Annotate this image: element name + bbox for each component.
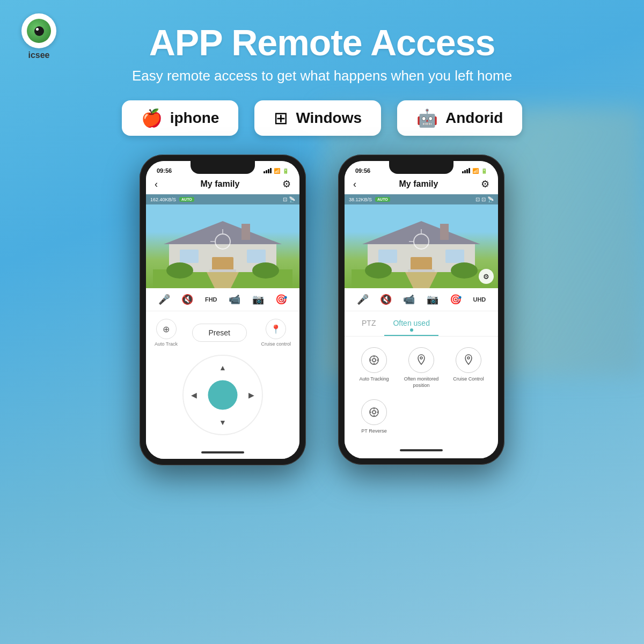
svg-rect-16 bbox=[445, 250, 464, 263]
svg-rect-6 bbox=[241, 224, 250, 240]
phone1-auto-badge: AUTO bbox=[179, 197, 194, 202]
camera-icon[interactable]: 📷 bbox=[252, 294, 264, 305]
phone1-ptz-area: ⊕ Auto Track Preset 📍 Cruise control bbox=[146, 311, 299, 446]
dpad-left-arrow[interactable]: ◀ bbox=[191, 391, 197, 399]
tab-ptz-label: PTZ bbox=[362, 319, 376, 327]
pt-reverse-icon bbox=[361, 399, 387, 425]
windows-label: Windows bbox=[296, 109, 362, 127]
phone2-ptz-toggle-icon[interactable]: 🎯 bbox=[450, 294, 462, 305]
phone2-speaker-icon[interactable]: 🔇 bbox=[380, 294, 392, 305]
phone1-notch bbox=[191, 161, 255, 174]
phone1-mockup: 09:56 📶 🔋 ‹ My fam bbox=[140, 155, 306, 465]
svg-point-27 bbox=[372, 358, 376, 362]
phone1-camera-feed: 162.40KB/S AUTO ⊡ 📡 bbox=[146, 194, 299, 288]
phone2-settings-icon[interactable]: ⚙ bbox=[481, 178, 489, 190]
windows-icon: ⊞ bbox=[274, 108, 288, 128]
phone2-battery-icon: 🔋 bbox=[481, 168, 487, 174]
tab-active-dot bbox=[410, 328, 413, 332]
speaker-icon[interactable]: 🔇 bbox=[181, 294, 193, 305]
phone2-mockup: 09:56 📶 🔋 ‹ My fam bbox=[338, 155, 504, 465]
phone1-back-icon[interactable]: ‹ bbox=[155, 179, 158, 190]
feature-often-monitored[interactable]: Often monitored position bbox=[400, 347, 442, 389]
mic-icon[interactable]: 🎤 bbox=[158, 294, 170, 305]
svg-rect-15 bbox=[378, 250, 397, 263]
page-title: APP Remote Access bbox=[149, 21, 495, 63]
dpad-up-arrow[interactable]: ▲ bbox=[219, 363, 226, 372]
auto-tracking-label: Auto Tracking bbox=[359, 376, 389, 383]
logo-eye-icon bbox=[27, 19, 51, 43]
auto-track-icon: ⊕ bbox=[156, 319, 177, 339]
android-label: Andorid bbox=[445, 109, 503, 127]
phone1-app-title: My family bbox=[201, 179, 240, 189]
phone1-camera-overlay: 162.40KB/S AUTO ⊡ 📡 bbox=[146, 194, 299, 204]
platform-badge-iphone[interactable]: 🍎 iphone bbox=[122, 100, 239, 136]
feature-pt-reverse[interactable]: PT Reverse bbox=[353, 399, 395, 435]
svg-point-29 bbox=[467, 357, 470, 359]
phone2-mic-icon[interactable]: 🎤 bbox=[357, 294, 369, 305]
battery-icon: 🔋 bbox=[282, 168, 289, 174]
phone2-quality-label[interactable]: UHD bbox=[473, 296, 486, 303]
logo-area: icsee bbox=[21, 13, 56, 60]
phone2-signal-icon bbox=[462, 168, 470, 173]
phone1-speed: 162.40KB/S bbox=[150, 197, 176, 202]
often-monitored-label: Often monitored position bbox=[400, 376, 442, 389]
phone2-cruise-control-icon bbox=[456, 347, 481, 373]
phone2-time: 09:56 bbox=[355, 167, 370, 174]
tab-ptz[interactable]: PTZ bbox=[353, 316, 384, 336]
logo-circle bbox=[21, 13, 56, 48]
phone1-ptz-top-row: ⊕ Auto Track Preset 📍 Cruise control bbox=[155, 319, 291, 347]
auto-track-button[interactable]: ⊕ Auto Track bbox=[155, 319, 178, 347]
page-header: APP Remote Access Easy remote access to … bbox=[21, 16, 623, 84]
dpad-control[interactable]: ▲ ▼ ◀ ▶ bbox=[182, 355, 263, 435]
phone2-cruise-control-label: Cruise Control bbox=[453, 376, 484, 383]
android-icon: 🤖 bbox=[416, 108, 438, 128]
tab-often-used-label: Often used bbox=[393, 319, 430, 327]
often-monitored-icon bbox=[408, 347, 434, 373]
svg-rect-5 bbox=[247, 250, 266, 263]
cruise-control-icon: 📍 bbox=[266, 319, 286, 339]
tab-often-used[interactable]: Often used bbox=[384, 316, 438, 336]
brand-name: icsee bbox=[28, 50, 49, 60]
iphone-label: iphone bbox=[170, 109, 219, 127]
phone2-status-right: 📶 🔋 bbox=[462, 168, 487, 174]
cruise-control-button[interactable]: 📍 Cruise control bbox=[261, 319, 291, 347]
phone2-camera-feed: 38.12KB/S AUTO ⊡ ⊡ 📡 bbox=[345, 194, 498, 288]
svg-rect-18 bbox=[408, 269, 435, 272]
svg-point-35 bbox=[372, 411, 376, 414]
phone2-camera-icon[interactable]: 📷 bbox=[427, 294, 438, 305]
svg-point-20 bbox=[451, 262, 478, 279]
svg-point-19 bbox=[365, 262, 392, 279]
platform-badge-windows[interactable]: ⊞ Windows bbox=[254, 100, 381, 136]
often-used-grid: Auto Tracking Often monitored position bbox=[345, 336, 498, 445]
feature-auto-tracking[interactable]: Auto Tracking bbox=[353, 347, 395, 389]
ptz-toggle-icon[interactable]: 🎯 bbox=[275, 294, 287, 305]
platform-badge-android[interactable]: 🤖 Andorid bbox=[397, 100, 522, 136]
phone2-controls-bar: 🎤 🔇 📹 📷 🎯 UHD bbox=[345, 288, 498, 311]
phone2-auto-badge: AUTO bbox=[375, 197, 390, 202]
phone2-speed: 38.12KB/S bbox=[349, 197, 372, 202]
phone2-app-title: My family bbox=[399, 179, 438, 189]
quality-label[interactable]: FHD bbox=[205, 296, 217, 303]
svg-point-8 bbox=[166, 262, 193, 279]
page-subtitle: Easy remote access to get what happens w… bbox=[132, 68, 512, 84]
svg-point-28 bbox=[420, 357, 422, 359]
dpad-center bbox=[208, 380, 238, 409]
phone2-camera-target-icon bbox=[413, 233, 429, 250]
dpad-down-arrow[interactable]: ▼ bbox=[219, 418, 226, 427]
phone1-controls-bar: 🎤 🔇 FHD 📹 📷 🎯 bbox=[146, 288, 299, 311]
phone2-app-header: ‹ My family ⚙ bbox=[345, 175, 498, 194]
phone2-camera-overlay: 38.12KB/S AUTO ⊡ ⊡ 📡 bbox=[345, 194, 498, 204]
svg-point-9 bbox=[252, 262, 279, 279]
camera-corner-settings-icon[interactable]: ⚙ bbox=[479, 269, 494, 284]
feature-cruise-control[interactable]: Cruise Control bbox=[448, 347, 489, 389]
phone1-time: 09:56 bbox=[157, 167, 172, 174]
phone2-home-indicator bbox=[345, 445, 498, 458]
phone2-video-icon[interactable]: 📹 bbox=[403, 294, 415, 305]
dpad-right-arrow[interactable]: ▶ bbox=[248, 391, 254, 399]
preset-button[interactable]: Preset bbox=[192, 324, 247, 342]
phone1-settings-icon[interactable]: ⚙ bbox=[282, 178, 291, 190]
apple-icon: 🍎 bbox=[141, 108, 163, 128]
phone2-back-icon[interactable]: ‹ bbox=[353, 179, 356, 190]
video-icon[interactable]: 📹 bbox=[229, 294, 240, 305]
phones-row: 09:56 📶 🔋 ‹ My fam bbox=[21, 155, 623, 465]
